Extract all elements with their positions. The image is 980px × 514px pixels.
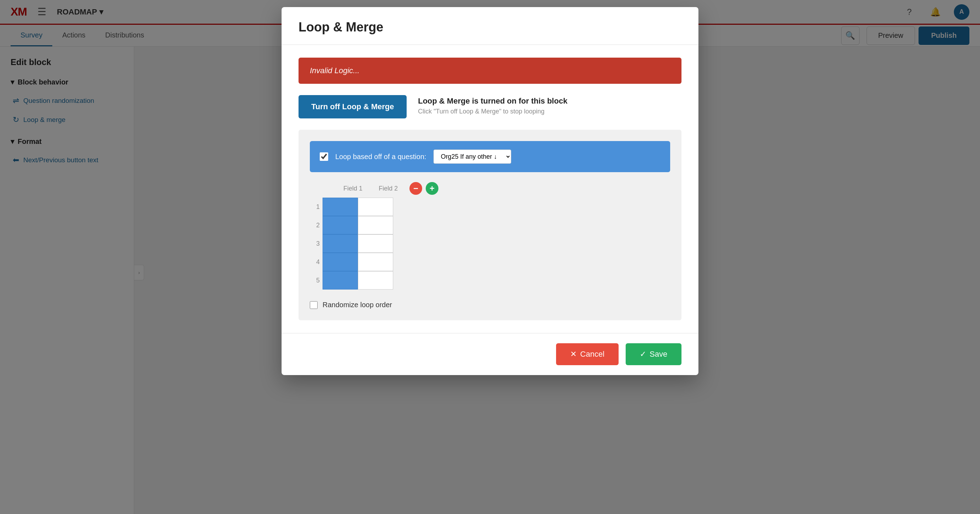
config-area: Loop based off of a question: Org25 If a… <box>299 130 681 320</box>
grid-cell-empty[interactable] <box>358 216 393 235</box>
grid-cell-filled[interactable] <box>323 271 358 289</box>
grid-row-number: 2 <box>310 222 323 229</box>
grid-cell-filled[interactable] <box>323 216 358 235</box>
loop-merge-modal: Loop & Merge Invalid Logic... Turn off L… <box>282 7 698 375</box>
invalid-logic-text: Invalid Logic... <box>310 66 360 75</box>
turn-off-loop-merge-button[interactable]: Turn off Loop & Merge <box>299 95 407 118</box>
modal-header: Loop & Merge <box>282 7 698 45</box>
grid-row-number: 1 <box>310 203 323 211</box>
randomize-row: Randomize loop order <box>310 301 670 309</box>
invalid-logic-banner: Invalid Logic... <box>299 57 681 84</box>
save-label: Save <box>650 350 667 359</box>
table-row: 4 <box>310 253 670 271</box>
table-row: 5 <box>310 271 670 289</box>
loop-question-select[interactable]: Org25 If any other ↓ <box>433 150 511 164</box>
grid-cell-filled[interactable] <box>323 198 358 216</box>
table-row: 2 <box>310 216 670 235</box>
grid-row-number: 3 <box>310 240 323 247</box>
grid-controls: − + <box>409 182 438 195</box>
turn-off-button-label: Turn off Loop & Merge <box>311 102 394 111</box>
grid-cell-empty[interactable] <box>358 253 393 271</box>
turn-off-row: Turn off Loop & Merge Loop & Merge is tu… <box>299 95 681 118</box>
loop-based-label: Loop based off of a question: <box>335 153 426 161</box>
grid-cell-empty[interactable] <box>358 271 393 289</box>
grid-rows: 1 2 3 <box>310 198 670 289</box>
grid-cell-filled[interactable] <box>323 253 358 271</box>
grid-row-number: 4 <box>310 259 323 266</box>
grid-cell-empty[interactable] <box>358 235 393 253</box>
randomize-label: Randomize loop order <box>323 301 392 309</box>
remove-column-button[interactable]: − <box>409 182 422 195</box>
modal-overlay: Loop & Merge Invalid Logic... Turn off L… <box>0 0 980 514</box>
loop-based-checkbox[interactable] <box>320 152 328 161</box>
grid-row-number: 5 <box>310 277 323 284</box>
add-column-button[interactable]: + <box>426 182 438 195</box>
save-button[interactable]: ✓ Save <box>626 343 681 365</box>
modal-footer: ✕ Cancel ✓ Save <box>282 333 698 375</box>
cancel-x-icon: ✕ <box>570 350 577 359</box>
grid-col-header-2: Field 2 <box>371 185 406 192</box>
grid-header: Field 1 Field 2 − + <box>310 182 670 195</box>
table-row: 3 <box>310 235 670 253</box>
randomize-checkbox[interactable] <box>310 301 318 309</box>
grid-cell-empty[interactable] <box>358 198 393 216</box>
modal-body: Invalid Logic... Turn off Loop & Merge L… <box>282 45 698 333</box>
grid-col-header-1: Field 1 <box>335 185 371 192</box>
table-row: 1 <box>310 198 670 216</box>
loop-based-row: Loop based off of a question: Org25 If a… <box>310 141 670 172</box>
modal-title: Loop & Merge <box>299 20 681 35</box>
grid-cell-filled[interactable] <box>323 235 358 253</box>
grid-area: Field 1 Field 2 − + 1 <box>310 182 670 289</box>
save-check-icon: ✓ <box>640 350 646 359</box>
loop-status-description: Loop & Merge is turned on for this block… <box>418 95 567 115</box>
loop-status-title: Loop & Merge is turned on for this block <box>418 96 567 106</box>
cancel-button[interactable]: ✕ Cancel <box>556 343 618 365</box>
loop-status-subtitle: Click "Turn off Loop & Merge" to stop lo… <box>418 108 567 115</box>
cancel-label: Cancel <box>580 350 604 359</box>
